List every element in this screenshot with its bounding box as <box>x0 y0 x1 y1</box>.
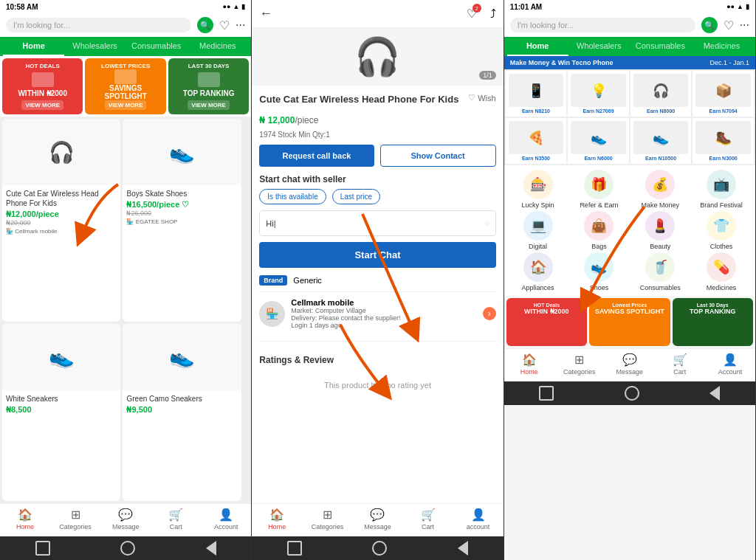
signal-icon-r: ●● <box>726 3 735 10</box>
circle-btn-left[interactable] <box>120 541 135 556</box>
bottom-nav-account-left[interactable]: 👤 Account <box>201 508 251 530</box>
cat-shoes[interactable]: 👟 Shoes <box>569 252 628 291</box>
bottom-nav-message-right[interactable]: 💬 Message <box>605 353 655 376</box>
product-card-sneaker1[interactable]: 👟 White Sneakers ₦8,500 <box>2 324 120 502</box>
wishlist-icon-right[interactable]: ♡ <box>724 18 734 32</box>
bottom-nav-categories-right[interactable]: ⊞ Categories <box>554 353 605 376</box>
cat-icon-clothes: 👕 <box>707 211 736 241</box>
deal-ranking[interactable]: Last 30 Days TOP RANKING <box>673 298 753 346</box>
promo-item-0[interactable]: 📱 Earn N8210 <box>506 71 567 117</box>
search-input-left[interactable]: I'm looking for... <box>6 18 191 32</box>
search-btn-left[interactable]: 🔍 <box>197 17 213 33</box>
cat-lucky-spin[interactable]: 🎰 Lucky Spin <box>509 170 568 209</box>
cat-bags[interactable]: 👜 Bags <box>569 211 628 250</box>
message-icon-right: 💬 <box>622 353 637 367</box>
bottom-nav-account-right[interactable]: 👤 Account <box>705 353 755 376</box>
product-info-sneaker1: White Sneakers ₦8,500 <box>2 390 120 418</box>
tab-home-left[interactable]: Home <box>3 37 64 56</box>
bottom-nav-categories-mid[interactable]: ⊞ Categories <box>302 508 352 530</box>
tab-home-right[interactable]: Home <box>507 37 568 56</box>
banner-savings[interactable]: Lowest Prices SAVINGS SPOTLIGHT VIEW MOR… <box>85 58 165 114</box>
wishlist-icon-mid[interactable]: ♡2 <box>467 7 477 21</box>
chat-input[interactable]: Hi| ○ <box>259 210 495 236</box>
promo-item-5[interactable]: 👟 Earn N6000 <box>568 118 629 164</box>
search-btn-right[interactable]: 🔍 <box>701 17 718 33</box>
cat-consumables[interactable]: 🥤 Consumables <box>630 252 690 291</box>
bottom-nav-cart-left[interactable]: 🛒 Cart <box>151 508 201 530</box>
promo-item-7[interactable]: 🥾 Earn N3000 <box>693 118 754 164</box>
promo-img-7: 🥾 <box>695 121 751 154</box>
cat-beauty[interactable]: 💄 Beauty <box>630 211 690 250</box>
square-btn-right[interactable] <box>539 386 554 401</box>
cat-brand-festival[interactable]: 📺 Brand Festival <box>692 170 751 209</box>
bottom-nav-categories-left[interactable]: ⊞ Categories <box>50 508 100 530</box>
time-right: 11:01 AM <box>510 3 543 11</box>
tab-medicines-right[interactable]: Medicines <box>691 37 752 56</box>
bottom-nav-message-mid[interactable]: 💬 Message <box>352 508 402 530</box>
bottom-nav-account-mid[interactable]: 👤 account <box>453 508 504 530</box>
square-btn-mid[interactable] <box>287 541 302 556</box>
suggestion-available[interactable]: Is this available <box>259 189 326 204</box>
back-btn-left[interactable] <box>206 541 216 556</box>
promo-item-2[interactable]: 🎧 Earn N8000 <box>630 71 692 117</box>
promo-item-3[interactable]: 📦 Earn N7094 <box>693 71 754 117</box>
cat-make-money[interactable]: 💰 Make Money <box>630 170 690 209</box>
circle-btn-mid[interactable] <box>372 541 387 556</box>
seller-market: Market: Computer Village <box>291 307 400 314</box>
back-button[interactable]: ← <box>259 6 272 21</box>
share-icon-mid[interactable]: ⤴ <box>490 7 496 21</box>
cat-digital[interactable]: 💻 Digital <box>509 211 568 250</box>
tab-wholesalers-right[interactable]: Wholesalers <box>568 37 630 56</box>
seller-avatar: 🏪 <box>259 301 285 327</box>
cat-clothes[interactable]: 👕 Clothes <box>692 211 751 250</box>
ratings-empty: This product has no rating yet <box>259 370 495 401</box>
show-contact-btn[interactable]: Show Contact <box>380 145 496 167</box>
left-panel: 10:58 AM ●● ▲ ▮ I'm looking for... 🔍 ♡ ·… <box>0 0 252 560</box>
search-input-right[interactable]: I'm looking for... <box>510 18 695 32</box>
cat-medicines[interactable]: 💊 Medicines <box>692 252 751 291</box>
promo-item-1[interactable]: 💡 Earn N27069 <box>568 71 629 117</box>
deals-row-right: HOT Deals WITHIN ₦2000 Lowest Prices SAV… <box>504 296 755 348</box>
bottom-nav-cart-mid[interactable]: 🛒 Cart <box>403 508 453 530</box>
suggestion-last-price[interactable]: Last price <box>332 189 380 204</box>
start-chat-btn[interactable]: Start Chat <box>259 242 495 268</box>
search-bar-right: I'm looking for... 🔍 ♡ ··· <box>504 13 755 37</box>
bottom-nav-home-right[interactable]: 🏠 Home <box>504 353 554 376</box>
bottom-nav-home-left[interactable]: 🏠 Home <box>0 508 50 530</box>
product-price-shoes1: ₦16,500/piece ♡ <box>126 200 237 210</box>
square-btn-left[interactable] <box>35 541 50 556</box>
bottom-nav-mid: 🏠 Home ⊞ Categories 💬 Message 🛒 Cart 👤 a… <box>252 503 503 536</box>
promo-item-6[interactable]: 👟 Earn N10500 <box>630 118 692 164</box>
product-card-sneaker2[interactable]: 👟 Green Camo Sneakers ₦9,500 <box>123 324 241 502</box>
product-card-headphone[interactable]: 🎧 Cute Cat Ear Wireless Head Phone For K… <box>2 119 120 322</box>
tab-medicines-left[interactable]: Medicines <box>187 37 248 56</box>
message-icon-mid: 💬 <box>370 508 385 522</box>
android-nav-mid <box>252 536 503 560</box>
bottom-nav-home-mid[interactable]: 🏠 Home <box>252 508 302 530</box>
deal-savings[interactable]: Lowest Prices SAVINGS SPOTLIGHT <box>589 298 670 346</box>
product-info-sneaker2: Green Camo Sneakers ₦9,500 <box>123 390 241 418</box>
more-icon-left[interactable]: ··· <box>236 18 245 32</box>
promo-item-4[interactable]: 🍕 Earn N3500 <box>506 118 567 164</box>
cat-label-medicines: Medicines <box>707 284 737 291</box>
banner-ranking[interactable]: Last 30 Days TOP RANKING VIEW MORE <box>168 58 249 114</box>
more-icon-right[interactable]: ··· <box>740 18 749 32</box>
wish-btn[interactable]: ♡ Wish <box>468 93 495 103</box>
product-card-shoes1[interactable]: 👟 Boys Skate Shoes ₦16,500/piece ♡ ₦26,0… <box>123 119 241 322</box>
tab-consumables-left[interactable]: Consumables <box>126 37 187 56</box>
back-btn-mid[interactable] <box>458 541 468 556</box>
cat-refer-earn[interactable]: 🎁 Refer & Earn <box>569 170 628 209</box>
bottom-nav-message-left[interactable]: 💬 Message <box>100 508 151 530</box>
back-btn-right[interactable] <box>709 386 720 401</box>
tab-wholesalers-left[interactable]: Wholesalers <box>64 37 126 56</box>
deal-hot[interactable]: HOT Deals WITHIN ₦2000 <box>506 298 587 346</box>
circle-btn-right[interactable] <box>625 386 639 401</box>
seller-arrow-btn[interactable]: › <box>483 307 496 320</box>
tab-consumables-right[interactable]: Consumables <box>630 37 691 56</box>
bottom-nav-cart-right[interactable]: 🛒 Cart <box>655 353 705 376</box>
request-callback-btn[interactable]: Request call back <box>259 145 374 167</box>
cat-appliances[interactable]: 🏠 Appliances <box>509 252 568 291</box>
wishlist-icon-left[interactable]: ♡ <box>219 18 230 32</box>
banner-hot-deals[interactable]: HOT Deals WITHIN ₦2000 VIEW MORE <box>2 58 83 114</box>
battery-icon: ▮ <box>241 3 245 10</box>
